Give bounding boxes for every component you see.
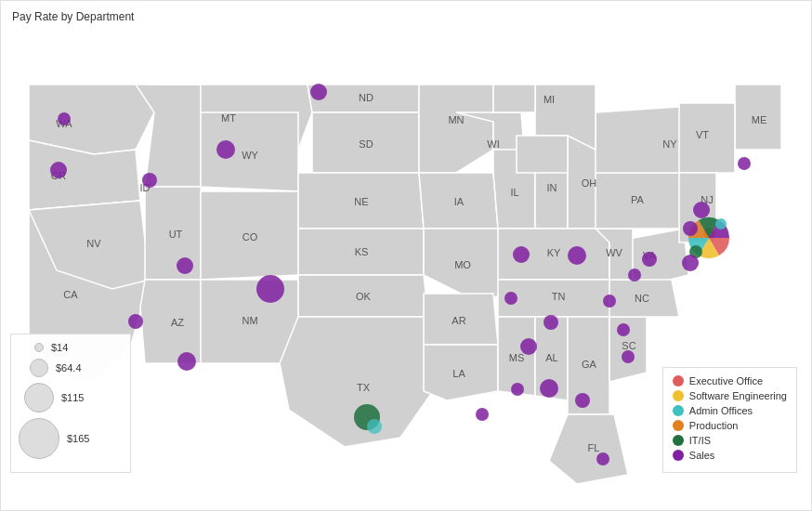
svg-text:CO: CO: [242, 231, 258, 242]
svg-text:NM: NM: [242, 315, 257, 326]
svg-text:MI: MI: [544, 94, 555, 105]
size-circle-small: [34, 343, 44, 352]
svg-text:ME: ME: [752, 114, 767, 125]
svg-text:NV: NV: [86, 238, 101, 249]
svg-point-53: [513, 246, 530, 263]
svg-text:KY: KY: [547, 247, 561, 258]
svg-text:NY: NY: [662, 138, 677, 150]
size-label-4: $165: [67, 433, 89, 444]
size-circle-medium-small: [30, 359, 48, 377]
svg-point-56: [520, 338, 537, 355]
svg-text:AR: AR: [452, 315, 465, 326]
color-legend-software: Software Engineering: [673, 390, 787, 401]
svg-text:WV: WV: [606, 247, 622, 258]
svg-text:ND: ND: [359, 92, 373, 103]
svg-text:IN: IN: [547, 182, 557, 193]
svg-point-45: [216, 140, 235, 159]
svg-point-49: [177, 352, 196, 371]
svg-text:UT: UT: [169, 229, 183, 240]
color-legend-sales: Sales: [673, 450, 787, 461]
color-legend-itis: IT/IS: [673, 435, 787, 446]
itis-label: IT/IS: [689, 435, 711, 446]
svg-point-72: [683, 221, 698, 236]
svg-text:KS: KS: [355, 246, 369, 257]
size-label-3: $115: [61, 392, 84, 403]
svg-text:PA: PA: [631, 194, 645, 205]
svg-text:TN: TN: [552, 291, 566, 302]
software-engineering-label: Software Engineering: [689, 390, 787, 401]
svg-text:FL: FL: [588, 442, 600, 453]
admin-offices-swatch: [673, 405, 684, 416]
svg-text:NE: NE: [354, 196, 368, 207]
itis-swatch: [673, 435, 684, 446]
svg-point-44: [142, 173, 157, 188]
svg-point-43: [50, 162, 67, 178]
svg-point-47: [177, 257, 193, 274]
size-legend-item-2: $64.4: [19, 359, 123, 377]
svg-text:SD: SD: [359, 138, 373, 150]
svg-point-64: [738, 157, 751, 170]
svg-text:GA: GA: [582, 359, 597, 370]
production-swatch: [673, 420, 684, 431]
svg-point-75: [682, 255, 699, 271]
color-legend-admin: Admin Offices: [673, 405, 787, 416]
svg-point-62: [617, 323, 630, 336]
svg-text:IA: IA: [454, 196, 465, 207]
svg-point-67: [596, 452, 609, 465]
svg-text:LA: LA: [452, 368, 465, 379]
svg-point-65: [511, 383, 524, 396]
production-label: Production: [689, 420, 739, 431]
svg-text:MO: MO: [454, 259, 471, 270]
chart-title: Pay Rate by Department: [12, 10, 134, 23]
executive-office-swatch: [673, 375, 684, 387]
svg-text:NC: NC: [635, 293, 649, 304]
color-legend: Executive Office Software Engineering Ad…: [662, 367, 797, 473]
size-circle-large: [19, 418, 59, 459]
svg-text:OK: OK: [356, 291, 372, 302]
color-legend-executive: Executive Office: [673, 375, 787, 387]
svg-text:AL: AL: [545, 352, 557, 363]
software-engineering-swatch: [673, 390, 684, 401]
size-legend: $14 $64.4 $115 $165: [10, 334, 131, 473]
svg-text:MN: MN: [448, 114, 464, 125]
svg-point-66: [540, 379, 558, 398]
svg-point-69: [693, 202, 710, 218]
size-legend-item-3: $115: [19, 383, 123, 413]
svg-point-63: [628, 269, 641, 282]
size-legend-item-1: $14: [19, 342, 123, 353]
svg-point-48: [256, 275, 284, 303]
svg-text:AZ: AZ: [171, 317, 184, 328]
executive-office-label: Executive Office: [689, 375, 763, 387]
svg-text:VT: VT: [696, 129, 709, 140]
svg-point-61: [603, 295, 616, 308]
sales-label: Sales: [689, 450, 715, 461]
size-legend-item-4: $165: [19, 418, 123, 459]
svg-text:WY: WY: [242, 150, 258, 161]
svg-text:CA: CA: [63, 289, 78, 300]
svg-point-57: [568, 246, 586, 265]
svg-point-46: [310, 84, 327, 100]
size-label-1: $14: [51, 342, 68, 353]
svg-text:IL: IL: [510, 187, 518, 198]
svg-point-50: [128, 314, 143, 329]
svg-point-42: [58, 112, 71, 125]
size-label-2: $64.4: [56, 362, 82, 373]
svg-point-60: [642, 252, 657, 267]
svg-point-55: [544, 315, 558, 330]
size-circle-medium: [24, 383, 54, 413]
svg-text:WI: WI: [487, 138, 499, 150]
svg-text:SC: SC: [622, 340, 635, 351]
svg-point-58: [575, 393, 590, 408]
svg-text:TX: TX: [357, 382, 371, 393]
svg-point-74: [715, 218, 727, 229]
chart-container: Pay Rate by Department: [0, 0, 812, 511]
svg-text:OH: OH: [582, 177, 597, 189]
svg-text:MT: MT: [221, 112, 236, 124]
svg-point-59: [622, 350, 635, 363]
svg-point-68: [476, 408, 489, 421]
sales-swatch: [673, 450, 684, 461]
svg-point-54: [504, 292, 517, 305]
admin-offices-label: Admin Offices: [689, 405, 753, 416]
svg-text:MS: MS: [509, 352, 525, 363]
color-legend-production: Production: [673, 420, 787, 431]
